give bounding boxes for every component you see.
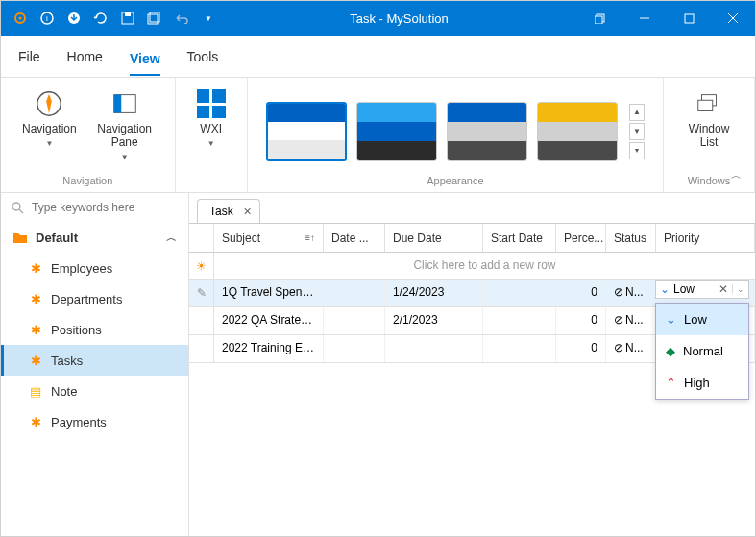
col-status[interactable]: Status xyxy=(606,224,656,252)
wxi-button[interactable]: WXI ▼ xyxy=(189,85,233,152)
windows-icon xyxy=(695,89,723,118)
svg-line-19 xyxy=(19,209,23,213)
gear-icon[interactable] xyxy=(9,7,32,30)
compass-icon xyxy=(35,89,63,118)
search-box[interactable] xyxy=(1,193,188,222)
window-list-button[interactable]: Window List xyxy=(677,85,741,153)
sidebar-item-departments[interactable]: ✱Departments xyxy=(1,283,188,314)
save-icon[interactable] xyxy=(116,7,139,30)
menu-tools[interactable]: Tools xyxy=(187,41,219,72)
svg-point-1 xyxy=(19,17,22,20)
ribbon-group-wxi: WXI ▼ xyxy=(176,78,248,192)
chevron-up-icon: ⌃ xyxy=(666,376,676,390)
sidebar-item-payments[interactable]: ✱Payments xyxy=(1,406,188,437)
download-icon[interactable] xyxy=(62,7,85,30)
theme-swatch-1[interactable] xyxy=(266,102,347,161)
titlebar: i ▼ Task - MySolution xyxy=(1,1,755,36)
close-icon[interactable]: ✕ xyxy=(243,206,252,218)
window-title: Task - MySolution xyxy=(220,12,578,26)
priority-option-high[interactable]: ⌃High xyxy=(656,367,748,399)
priority-option-normal[interactable]: ◆Normal xyxy=(656,335,748,367)
note-icon: ▤ xyxy=(28,383,43,399)
sidebar: Default ︿ ✱Employees ✱Departments ✱Posit… xyxy=(1,193,189,536)
close-button[interactable] xyxy=(711,1,755,36)
chevron-down-icon: ⌄ xyxy=(660,282,670,296)
theme-down-button[interactable]: ▼ xyxy=(629,123,645,140)
row-indicator-header xyxy=(189,224,214,252)
sidebar-item-tasks[interactable]: ✱Tasks xyxy=(1,345,188,376)
col-percent[interactable]: Perce... xyxy=(556,224,606,252)
theme-swatch-3[interactable] xyxy=(447,102,527,161)
collapse-ribbon-button[interactable]: ︿ xyxy=(731,168,742,183)
col-date[interactable]: Date ... xyxy=(324,224,385,252)
chevron-down-icon: ▼ xyxy=(121,153,129,161)
navigation-pane-button[interactable]: Navigation Pane ▼ xyxy=(88,85,161,165)
sidebar-item-employees[interactable]: ✱Employees xyxy=(1,253,188,283)
svg-rect-17 xyxy=(698,100,713,110)
clear-icon[interactable]: ✕ xyxy=(719,282,728,296)
folder-icon xyxy=(12,230,28,245)
sidebar-item-positions[interactable]: ✱Positions xyxy=(1,314,188,345)
status-badge: ⊘ N... xyxy=(614,313,647,327)
svg-rect-12 xyxy=(685,14,694,23)
chevron-down-icon: ⌄ xyxy=(666,312,676,327)
sort-asc-icon: ≡↑ xyxy=(305,232,315,243)
save-all-icon[interactable] xyxy=(143,7,166,30)
tab-task[interactable]: Task ✕ xyxy=(197,199,260,223)
svg-point-18 xyxy=(12,203,20,210)
info-icon[interactable]: i xyxy=(36,7,59,30)
gear-icon: ✱ xyxy=(28,414,43,429)
gear-icon: ✱ xyxy=(28,322,43,337)
grid-header: Subject≡↑ Date ... Due Date Start Date P… xyxy=(189,224,755,253)
chevron-up-icon: ︿ xyxy=(166,231,177,245)
dropdown-icon[interactable]: ⌄ xyxy=(732,284,744,294)
menu-file[interactable]: File xyxy=(18,41,40,72)
document-tabstrip: Task ✕ xyxy=(189,193,755,223)
chevron-down-icon: ▼ xyxy=(207,139,215,148)
svg-text:i: i xyxy=(46,14,48,23)
col-priority[interactable]: Priority xyxy=(656,224,755,252)
star-icon: ☀ xyxy=(196,259,207,273)
refresh-icon[interactable] xyxy=(89,7,112,30)
edit-icon: ✎ xyxy=(197,286,207,300)
status-badge: ⊘ N... xyxy=(614,285,647,299)
priority-option-low[interactable]: ⌄Low xyxy=(656,304,748,335)
gear-icon: ✱ xyxy=(28,353,43,368)
col-subject[interactable]: Subject≡↑ xyxy=(214,224,324,252)
menubar: File Home View Tools xyxy=(1,36,755,78)
undo-icon[interactable] xyxy=(170,7,193,30)
gear-icon: ✱ xyxy=(28,260,43,276)
theme-more-button[interactable]: ▾ xyxy=(629,142,645,159)
restore-down-icon[interactable] xyxy=(578,1,622,36)
priority-cell-editor[interactable]: ⌄ Low ✕ ⌄ xyxy=(655,280,749,299)
ribbon-group-appearance: ▲ ▼ ▾ Appearance xyxy=(248,78,664,192)
menu-home[interactable]: Home xyxy=(67,41,103,72)
nav-root-default[interactable]: Default ︿ xyxy=(1,222,188,253)
search-icon xyxy=(11,201,24,214)
col-start-date[interactable]: Start Date xyxy=(483,224,556,252)
priority-dropdown: ⌄Low ◆Normal ⌃High xyxy=(655,303,749,400)
main-panel: Task ✕ Subject≡↑ Date ... Due Date Start… xyxy=(189,193,755,536)
maximize-button[interactable] xyxy=(667,1,711,36)
pane-icon xyxy=(110,89,139,118)
qat-dropdown-icon[interactable]: ▼ xyxy=(197,7,220,30)
grid-icon xyxy=(197,89,226,118)
navigation-button[interactable]: Navigation ▼ xyxy=(14,85,85,152)
theme-swatch-4[interactable] xyxy=(537,102,618,161)
theme-swatch-2[interactable] xyxy=(356,102,437,161)
theme-up-button[interactable]: ▲ xyxy=(629,104,645,121)
gear-icon: ✱ xyxy=(28,291,43,306)
svg-rect-10 xyxy=(595,16,602,24)
sidebar-item-note[interactable]: ▤Note xyxy=(1,376,188,406)
minimize-button[interactable] xyxy=(622,1,667,36)
status-badge: ⊘ N... xyxy=(614,341,647,354)
svg-rect-15 xyxy=(113,95,121,113)
ribbon-group-navigation: Navigation ▼ Navigation Pane ▼ Navigatio… xyxy=(1,78,176,192)
quick-access-toolbar: i ▼ xyxy=(1,7,220,30)
search-input[interactable] xyxy=(32,201,179,214)
menu-view[interactable]: View xyxy=(130,37,160,76)
ribbon: Navigation ▼ Navigation Pane ▼ Navigatio… xyxy=(1,78,755,193)
col-due-date[interactable]: Due Date xyxy=(385,224,483,252)
new-row[interactable]: ☀ Click here to add a new row xyxy=(189,253,755,280)
chevron-down-icon: ▼ xyxy=(45,139,53,148)
